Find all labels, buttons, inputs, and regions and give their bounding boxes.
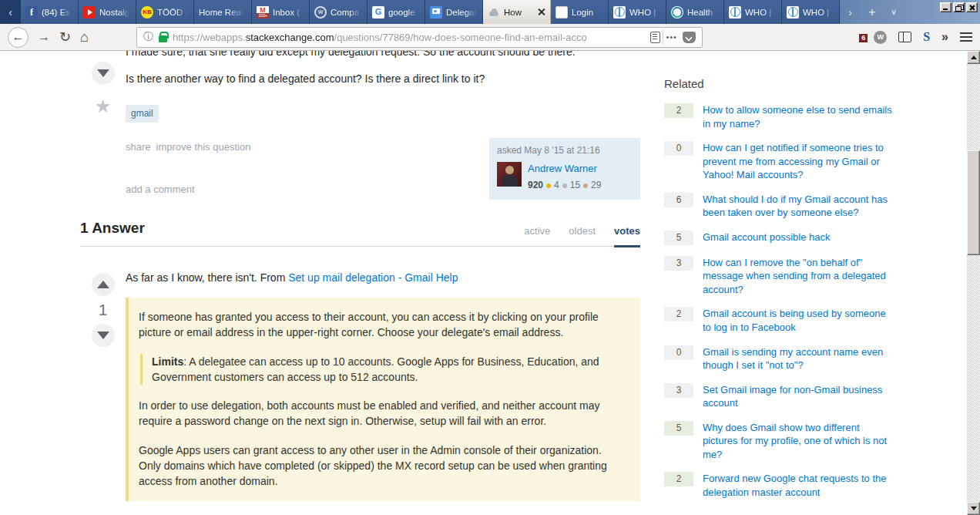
tab-label: WHO | (745, 8, 777, 17)
tab-t-d[interactable]: KBTÖÖD ( (136, 0, 194, 24)
related-heading: Related (664, 77, 897, 90)
scrollbar-down-button[interactable] (967, 502, 980, 515)
tab-who[interactable]: WHO | (724, 0, 782, 24)
site-info-icon[interactable]: ⓘ (143, 30, 153, 44)
health-favicon-icon (671, 6, 683, 19)
sidebar-toggle-icon[interactable] (898, 32, 911, 42)
extension-toolbar: 6 W S » (862, 30, 972, 44)
home-icon[interactable]: ⌂ (80, 30, 89, 44)
user-name-link[interactable]: Andrew Warner (528, 163, 597, 174)
related-question-link[interactable]: Gmail account is being used by someone t… (703, 307, 897, 334)
tab-who[interactable]: WHO | (609, 0, 666, 24)
w-extension-icon[interactable]: W (874, 31, 887, 44)
limits-text: : A delegatee can access up to 10 accoun… (152, 355, 599, 383)
sort-tab-active[interactable]: active (524, 225, 550, 246)
scrollbar-thumb[interactable] (967, 150, 980, 255)
scroll-tabs-left-button[interactable]: ‹ (0, 0, 21, 24)
related-question-item: 5Gmail account possible hack (664, 231, 897, 245)
related-question-link[interactable]: Set Gmail image for non-Gmail business a… (703, 383, 897, 410)
user-reputation: 920 4 15 29 (528, 179, 601, 192)
reader-mode-icon[interactable] (650, 32, 660, 43)
tab-close-icon[interactable] (537, 8, 545, 16)
related-question-link[interactable]: Gmail account possible hack (703, 231, 897, 244)
tab-label: Compa (331, 8, 362, 17)
tab-84-es[interactable]: f(84) Es (21, 0, 79, 24)
tab-label: Health (687, 8, 719, 17)
workplace-favicon-icon: W (314, 6, 327, 19)
minimize-button[interactable] (940, 2, 951, 12)
favorite-star-icon[interactable]: ★ (95, 96, 112, 117)
s-extension-icon[interactable]: S (923, 30, 930, 44)
related-question-link[interactable]: Forward new Google chat requests to the … (703, 472, 897, 499)
answer-downvote-button[interactable] (92, 324, 115, 347)
silver-count: 15 (570, 179, 580, 192)
url-text[interactable]: https://webapps.stackexchange.com/questi… (173, 32, 645, 43)
tab-who[interactable]: WHO | (782, 0, 840, 24)
tab-login[interactable]: Login (551, 0, 609, 24)
url-domain: stackexchange.com (246, 32, 334, 43)
tab-home-realm[interactable]: Home Realm (194, 0, 252, 24)
related-vote-badge: 2 (664, 307, 693, 321)
reload-icon[interactable]: ↻ (59, 30, 71, 44)
overflow-chevron-icon[interactable]: » (941, 30, 948, 44)
related-question-link[interactable]: How can I remove the "on behalf of" mess… (703, 256, 897, 297)
avatar[interactable] (497, 162, 522, 187)
related-question-link[interactable]: What should I do if my Gmail account has… (703, 193, 897, 220)
share-question-link[interactable]: share (126, 141, 151, 153)
answer-vote-rail: 1 (80, 267, 126, 515)
nested-quote: Limits: A delegatee can access up to 10 … (140, 354, 626, 385)
url-scheme: https://webapps. (173, 32, 246, 43)
youtube-favicon-icon (83, 6, 96, 19)
related-question-link[interactable]: Why does Gmail show two different pictur… (703, 421, 897, 462)
tab-delegat[interactable]: Delegat (425, 0, 483, 24)
tab-label: (84) Es (42, 8, 73, 17)
page-actions-icon[interactable]: ••• (666, 32, 677, 42)
answer-quote: If someone has granted you access to the… (126, 298, 640, 501)
related-vote-badge: 2 (664, 103, 693, 118)
improve-question-link[interactable]: improve this question (156, 141, 251, 153)
scroll-tabs-right-button[interactable]: › (840, 0, 861, 24)
gmail-help-link[interactable]: Set up mail delegation - Gmail Help (288, 271, 458, 284)
url-bar[interactable]: ⓘ https://webapps.stackexchange.com/ques… (136, 27, 703, 48)
tab-inbox[interactable]: M100+Inbox ( (252, 0, 310, 24)
tab-list-dropdown-button[interactable]: ∨ (884, 0, 904, 24)
close-window-button[interactable] (966, 2, 978, 12)
secure-lock-icon[interactable] (159, 35, 167, 42)
related-vote-badge: 5 (664, 231, 693, 245)
back-button[interactable]: ← (8, 27, 29, 48)
upvote-icon (97, 281, 109, 288)
browser-window: ‹ f(84) EsNostalgKBTÖÖD (Home RealmM100+… (0, 0, 980, 515)
sort-tab-oldest[interactable]: oldest (569, 225, 596, 246)
new-tab-button[interactable]: + (861, 0, 884, 24)
menu-icon[interactable] (960, 32, 972, 42)
answer-upvote-button[interactable] (92, 273, 115, 296)
answer-block: 1 As far as I know, there isn't. From Se… (80, 267, 640, 515)
tab-label: TÖÖD ( (157, 8, 189, 17)
tag-gmail[interactable]: gmail (126, 105, 159, 123)
tab-nostalg[interactable]: Nostalg (79, 0, 136, 24)
forward-icon[interactable]: → (38, 31, 50, 43)
navigation-toolbar: ← → ↻ ⌂ ⓘ https://webapps.stackexchange.… (0, 24, 980, 51)
tab-health[interactable]: Health (666, 0, 724, 24)
tab-compa[interactable]: WCompa (310, 0, 368, 24)
tab-label: Home Realm (199, 8, 247, 17)
restore-button[interactable] (953, 2, 965, 12)
urlbar-separator (663, 29, 663, 45)
related-vote-badge: 2 (664, 472, 693, 486)
tab-how[interactable]: How (483, 0, 551, 24)
pocket-icon[interactable] (683, 32, 696, 43)
related-question-link[interactable]: How can I get notified if someone tries … (703, 141, 897, 182)
related-question-link[interactable]: How to allow someone else to send emails… (703, 103, 897, 130)
adblock-count-badge: 6 (859, 34, 868, 42)
sort-tab-votes[interactable]: votes (614, 225, 640, 247)
question-downvote-button[interactable] (92, 62, 115, 85)
tab-google[interactable]: Ggoogle (368, 0, 425, 24)
add-comment-link[interactable]: add a comment (126, 183, 256, 197)
scrollbar-up-button[interactable] (967, 51, 980, 64)
answer-body: As far as I know, there isn't. From Set … (126, 267, 640, 515)
related-question-link[interactable]: Gmail is sending my account name even th… (703, 345, 897, 372)
kb-favicon-icon: KB (141, 6, 153, 19)
related-vote-badge: 6 (664, 193, 693, 207)
sidebar: Related 2How to allow someone else to se… (664, 51, 897, 515)
page-scrollbar[interactable] (967, 51, 980, 515)
